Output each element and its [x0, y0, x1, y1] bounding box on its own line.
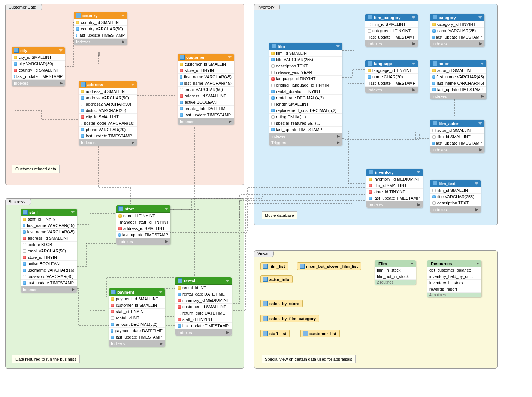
table-header[interactable]: film_text	[430, 180, 481, 187]
indexes-footer[interactable]: Indexes▶	[430, 40, 484, 47]
collapse-icon[interactable]	[478, 16, 482, 19]
collapse-icon[interactable]	[417, 171, 420, 173]
col: username VARCHAR(16)	[28, 268, 75, 272]
col: inventory_id MEDIUMINT	[182, 298, 229, 303]
collapse-icon[interactable]	[59, 49, 63, 52]
table-icon	[81, 82, 86, 87]
collapse-icon[interactable]	[475, 182, 478, 185]
view-actor-info[interactable]: actor_info	[260, 275, 293, 283]
table-header[interactable]: film	[269, 43, 342, 50]
table-film-category[interactable]: film_category film_id SMALLINT category_…	[365, 14, 418, 47]
indexes-footer[interactable]: Indexes▶	[178, 118, 234, 125]
col: customer_id SMALLINT	[185, 62, 229, 66]
table-title: film_actor	[439, 121, 459, 126]
table-actor[interactable]: actor actor_id SMALLINT first_name VARCH…	[430, 60, 486, 99]
table-address[interactable]: address address_id SMALLINT address VARC…	[79, 81, 137, 146]
col: email VARCHAR(50)	[185, 87, 223, 92]
table-header[interactable]: country	[74, 12, 127, 19]
table-staff[interactable]: staff staff_id TINYINT first_name VARCHA…	[21, 209, 77, 293]
indexes-footer[interactable]: Indexes▶	[79, 139, 137, 146]
view-staff-list[interactable]: staff_list	[260, 330, 290, 337]
indexes-footer[interactable]: Indexes▶	[365, 40, 418, 47]
table-header[interactable]: address	[79, 81, 137, 88]
table-customer[interactable]: customer customer_id SMALLINT store_id T…	[178, 54, 234, 125]
col: original_language_id TINYINT	[276, 83, 331, 87]
indexes-footer[interactable]: Indexes▶	[365, 87, 418, 93]
indexes-footer[interactable]: Indexes▶	[175, 329, 232, 336]
table-film[interactable]: film film_id SMALLINT title VARCHAR(255)…	[269, 43, 342, 146]
col: rental_id INT	[182, 285, 206, 290]
collapse-icon[interactable]	[411, 263, 414, 265]
table-title: customer	[186, 55, 205, 60]
indexes-footer[interactable]: Indexes▶	[116, 238, 170, 245]
view-sales-by-film-category[interactable]: sales_by_film_category	[260, 315, 319, 322]
collapse-icon[interactable]	[131, 84, 134, 86]
table-icon	[369, 170, 374, 175]
table-film-text[interactable]: film_text film_id SMALLINT title VARCHAR…	[430, 180, 481, 213]
table-header[interactable]: film_category	[365, 14, 418, 21]
triggers-footer[interactable]: Triggers▶	[269, 139, 342, 146]
col: phone VARCHAR(20)	[86, 127, 126, 132]
col: description TEXT	[276, 64, 308, 68]
view-customer-list[interactable]: customer_list	[300, 330, 340, 337]
collapse-icon[interactable]	[336, 45, 340, 48]
indexes-footer[interactable]: Indexes▶	[430, 146, 484, 153]
table-icon	[368, 15, 372, 20]
view-film-list[interactable]: film_list	[260, 262, 288, 270]
table-payment[interactable]: payment payment_id SMALLINT customer_id …	[109, 288, 165, 347]
col: last_update TIMESTAMP	[182, 324, 229, 328]
view-nicer-film-list[interactable]: nicer_but_slower_film_list	[297, 262, 361, 270]
table-country[interactable]: country country_id SMALLINT country VARC…	[74, 12, 127, 45]
indexes-footer[interactable]: Indexes▶	[366, 201, 423, 208]
routines-resources[interactable]: Resources get_customer_balance inventory…	[427, 260, 481, 297]
view-icon	[263, 301, 268, 306]
table-header[interactable]: store	[116, 205, 170, 213]
table-header[interactable]: film_actor	[430, 120, 484, 127]
indexes-footer[interactable]: Indexes▶	[430, 206, 481, 213]
indexes-footer[interactable]: Indexes▶	[21, 286, 77, 293]
table-header[interactable]: staff	[21, 209, 77, 216]
table-header[interactable]: city	[12, 47, 65, 54]
collapse-icon[interactable]	[476, 263, 479, 265]
col: district VARCHAR(20)	[86, 108, 126, 113]
table-film-actor[interactable]: film_actor actor_id SMALLINT film_id SMA…	[430, 120, 484, 153]
indexes-footer[interactable]: Indexes▶	[12, 80, 65, 86]
table-inventory[interactable]: inventory inventory_id MEDIUMINT film_id…	[366, 169, 423, 208]
col: special_features SET(...)	[276, 121, 321, 125]
routines-film[interactable]: Film film_in_stock film_not_in_stock 2 r…	[375, 260, 416, 285]
collapse-icon[interactable]	[412, 63, 415, 65]
table-category[interactable]: category category_id TINYINT name VARCHA…	[430, 14, 484, 47]
table-header[interactable]: rental	[175, 277, 232, 285]
collapse-icon[interactable]	[412, 16, 415, 19]
table-header[interactable]: actor	[430, 60, 486, 67]
table-language[interactable]: language language_id TINYINT name CHAR(2…	[365, 60, 418, 93]
col: rental_duration TINYINT	[276, 89, 321, 94]
collapse-icon[interactable]	[226, 280, 229, 282]
collapse-icon[interactable]	[71, 211, 75, 213]
collapse-icon[interactable]	[480, 63, 484, 65]
table-header[interactable]: customer	[178, 54, 234, 61]
table-header[interactable]: inventory	[366, 169, 423, 176]
collapse-icon[interactable]	[159, 291, 163, 293]
routine-item: film_not_in_stock	[375, 273, 416, 280]
table-header[interactable]: category	[430, 14, 484, 21]
routine-item: inventory_held_by_cu...	[427, 273, 481, 280]
table-header[interactable]: language	[365, 60, 418, 67]
table-store[interactable]: store store_id TINYINT manager_staff_id …	[116, 205, 170, 245]
table-title: film_text	[439, 181, 456, 186]
view-sales-by-store[interactable]: sales_by_store	[260, 300, 303, 307]
caption-business: Data required to run the business	[12, 355, 80, 363]
collapse-icon[interactable]	[228, 56, 232, 58]
indexes-footer[interactable]: Indexes▶	[109, 340, 165, 347]
collapse-icon[interactable]	[164, 208, 168, 210]
collapse-icon[interactable]	[121, 15, 125, 17]
collapse-icon[interactable]	[478, 122, 482, 125]
indexes-footer[interactable]: Indexes▶	[269, 133, 342, 139]
table-rental[interactable]: rental rental_id INT rental_date DATETIM…	[175, 277, 232, 336]
indexes-footer[interactable]: Indexes▶	[74, 39, 127, 45]
col: category_id TINYINT	[372, 28, 411, 33]
col: last_update TIMESTAMP	[437, 87, 483, 92]
table-city[interactable]: city city_id SMALLINT city VARCHAR(50) c…	[12, 47, 65, 86]
indexes-footer[interactable]: Indexes▶	[430, 93, 486, 99]
table-header[interactable]: payment	[109, 288, 165, 296]
